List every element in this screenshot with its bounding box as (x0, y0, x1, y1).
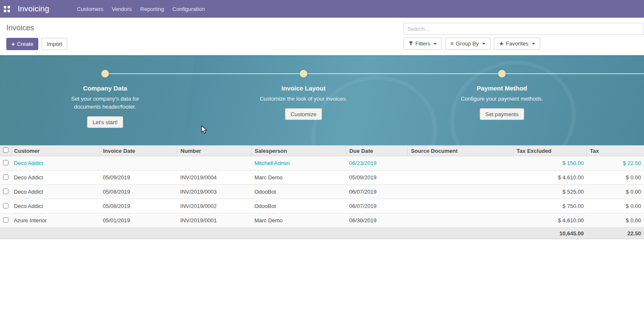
search-input[interactable] (404, 23, 644, 35)
lets-start-button[interactable]: Let's start! (87, 116, 123, 128)
total-tax-excluded: 10,645.00 (513, 228, 586, 239)
cell-salesperson: Mitchell Admin (251, 156, 346, 170)
step-description: Configure your payment methods. (457, 95, 547, 103)
step-dot-icon (300, 70, 307, 77)
cell-tax: $ 0.00 (587, 199, 644, 213)
cell-salesperson: Marc Demo (251, 170, 346, 185)
filter-bar: Filters ≡ Group By ★ Favorites (404, 37, 644, 50)
cell-source-document (408, 199, 513, 213)
select-all-checkbox[interactable] (3, 147, 8, 153)
cell-customer: Deco Addict (11, 185, 100, 199)
row-checkbox[interactable] (3, 174, 8, 180)
chevron-down-icon (532, 43, 535, 45)
column-header-source-document[interactable]: Source Document (408, 146, 513, 156)
create-button-label: Create (17, 41, 33, 47)
menu-customers[interactable]: Customers (73, 0, 108, 18)
cell-invoice-date (100, 156, 177, 170)
create-button[interactable]: + Create (6, 38, 38, 50)
table-totals-row: 10,645.00 22.50 (0, 228, 644, 239)
cell-tax-excluded: $ 525.00 (513, 185, 586, 199)
cell-customer: Deco Addict (11, 156, 100, 170)
star-icon: ★ (499, 40, 504, 47)
total-tax: 22.50 (587, 228, 644, 239)
cell-invoice-date: 05/09/2019 (100, 170, 177, 185)
onboarding-step-invoice-layout: Invoice Layout Customize the look of you… (204, 55, 403, 120)
apps-menu-icon[interactable] (4, 6, 10, 12)
cell-salesperson: OdooBot (251, 185, 346, 199)
cell-tax-excluded: $ 4,610.00 (513, 170, 586, 185)
column-header-number[interactable]: Number (177, 146, 251, 156)
table-row[interactable]: Azure Interior 05/01/2019 INV/2019/0001 … (0, 213, 644, 228)
table-header-row: Customer Invoice Date Number Salesperson… (0, 146, 644, 156)
cell-source-document (408, 170, 513, 185)
table-row[interactable]: Deco Addict 05/08/2019 INV/2019/0003 Odo… (0, 185, 644, 199)
apps-menu-icon-square (4, 6, 6, 8)
group-by-icon: ≡ (450, 40, 454, 47)
cell-tax: $ 0.00 (587, 185, 644, 199)
chevron-down-icon (433, 43, 437, 45)
step-dot-icon (101, 70, 109, 77)
cell-customer: Deco Addict (11, 170, 100, 185)
step-title: Company Data (6, 85, 204, 92)
cell-salesperson: OdooBot (251, 199, 346, 213)
cell-tax-excluded: $ 4,610.00 (513, 213, 586, 228)
customize-button[interactable]: Customize (285, 108, 322, 120)
cell-tax-excluded: $ 150.00 (513, 156, 586, 170)
row-checkbox[interactable] (3, 189, 8, 194)
control-panel: Invoices + Create Import Filters ≡ Group… (0, 18, 644, 55)
cell-number: INV/2019/0001 (177, 213, 251, 228)
cell-invoice-date: 05/08/2019 (100, 185, 177, 199)
menu-configuration[interactable]: Configuration (168, 0, 209, 18)
cell-due-date: 06/07/2019 (346, 185, 408, 199)
menu-reporting[interactable]: Reporting (136, 0, 168, 18)
table-row[interactable]: Deco Addict Mitchell Admin 06/23/2019 $ … (0, 156, 644, 170)
cell-tax: $ 0.00 (587, 170, 644, 185)
apps-menu-icon-square (8, 6, 10, 8)
cell-source-document (408, 185, 513, 199)
step-dot-icon (498, 70, 506, 77)
table-row[interactable]: Deco Addict 05/08/2019 INV/2019/0002 Odo… (0, 199, 644, 213)
apps-menu-icon-square (4, 10, 6, 12)
table-row[interactable]: Deco Addict 05/09/2019 INV/2019/0004 Mar… (0, 170, 644, 185)
chevron-down-icon (482, 43, 486, 45)
cell-tax-excluded: $ 750.00 (513, 199, 586, 213)
column-header-customer[interactable]: Customer (11, 146, 100, 156)
cell-number: INV/2019/0002 (177, 199, 251, 213)
cell-tax: $ 22.50 (587, 156, 644, 170)
apps-menu-icon-square (8, 10, 10, 12)
filter-icon (409, 41, 413, 46)
row-checkbox[interactable] (3, 160, 8, 165)
import-button-label: Import (47, 41, 62, 47)
row-checkbox[interactable] (3, 217, 8, 223)
group-by-dropdown[interactable]: ≡ Group By (445, 37, 491, 50)
cell-source-document (408, 213, 513, 228)
onboarding-step-payment-method: Payment Method Configure your payment me… (403, 55, 601, 120)
filters-label: Filters (415, 40, 430, 47)
cell-customer: Azure Interior (11, 213, 100, 228)
group-by-label: Group By (456, 40, 479, 47)
menu-vendors[interactable]: Vendors (108, 0, 136, 18)
import-button[interactable]: Import (42, 38, 67, 50)
set-payments-button[interactable]: Set payments (480, 108, 524, 120)
step-title: Payment Method (403, 85, 601, 92)
onboarding-banner: Company Data Set your company's data for… (0, 55, 644, 145)
cell-source-document (408, 156, 513, 170)
row-checkbox[interactable] (3, 203, 8, 208)
cell-due-date: 06/23/2019 (346, 156, 408, 170)
cell-number: INV/2019/0003 (177, 185, 251, 199)
column-header-tax-excluded[interactable]: Tax Excluded (513, 146, 586, 156)
cell-number (177, 156, 251, 170)
cell-tax: $ 0.00 (587, 213, 644, 228)
column-header-salesperson[interactable]: Salesperson (251, 146, 346, 156)
column-header-due-date[interactable]: Due Date (346, 146, 408, 156)
favorites-label: Favorites (506, 40, 528, 47)
filters-dropdown[interactable]: Filters (404, 37, 442, 50)
cell-due-date: 06/07/2019 (346, 199, 408, 213)
column-header-tax[interactable]: Tax (587, 146, 644, 156)
favorites-dropdown[interactable]: ★ Favorites (494, 37, 540, 50)
onboarding-step-company-data: Company Data Set your company's data for… (6, 55, 204, 128)
app-title[interactable]: Invoicing (18, 4, 49, 13)
cell-invoice-date: 05/01/2019 (100, 213, 177, 228)
navbar-menus: Customers Vendors Reporting Configuratio… (73, 0, 209, 18)
column-header-invoice-date[interactable]: Invoice Date (100, 146, 177, 156)
